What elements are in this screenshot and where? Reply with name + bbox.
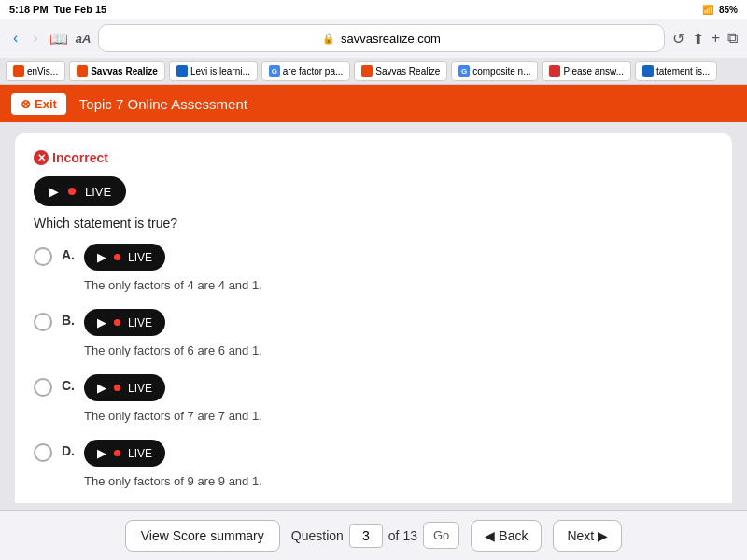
question-play-icon: ▶ <box>49 184 59 199</box>
option-audio-b[interactable]: ▶ LIVE <box>84 309 165 336</box>
reload-button[interactable]: ↺ <box>672 30 684 48</box>
option-row-b: B. ▶ LIVE The only factors of 6 are 6 an… <box>34 309 713 357</box>
option-b-live-text: LIVE <box>128 316 152 329</box>
option-c-live-dot <box>114 385 120 391</box>
option-radio-c[interactable] <box>34 378 52 397</box>
back-button[interactable]: ◀ Back <box>471 520 542 552</box>
exit-label: Exit <box>35 97 57 111</box>
option-label-d: D. <box>62 443 75 458</box>
option-audio-c[interactable]: ▶ LIVE <box>84 374 165 401</box>
browser-toolbar: ‹ › 📖 aA 🔒 savvasrealize.com ↺ ⬆ + ⧉ <box>0 19 747 58</box>
tab-label-composite: composite n... <box>472 66 530 77</box>
text-size-button[interactable]: aA <box>76 32 92 46</box>
tab-levi[interactable]: Levi is learni... <box>169 61 258 81</box>
share-button[interactable]: ⬆ <box>692 30 704 48</box>
next-label: Next <box>567 528 594 543</box>
option-b-caption: The only factors of 6 are 6 and 1. <box>84 343 713 357</box>
option-a-play-icon: ▶ <box>97 250 106 264</box>
tab-label-envis: enVis... <box>27 66 58 77</box>
app-title: Topic 7 Online Assessment <box>79 96 247 112</box>
option-label-b: B. <box>62 313 75 328</box>
url-text: savvasrealize.com <box>341 32 441 46</box>
option-a-live-dot <box>114 254 120 260</box>
go-button[interactable]: Go <box>423 522 459 549</box>
option-label-c: C. <box>62 378 75 393</box>
option-c-caption: The only factors of 7 are 7 and 1. <box>84 409 713 423</box>
question-live-dot <box>68 188 76 195</box>
question-text: Which statement is true? <box>34 216 713 231</box>
option-row-c: C. ▶ LIVE The only factors of 7 are 7 an… <box>34 374 713 423</box>
exit-icon: ⊗ <box>21 97 31 111</box>
tab-factor[interactable]: G are factor pa... <box>261 61 350 81</box>
back-arrow-icon: ◀ <box>485 528 495 543</box>
tab-label-levi: Levi is learni... <box>190 66 250 77</box>
option-c-play-icon: ▶ <box>97 381 106 395</box>
browser-chrome: ‹ › 📖 aA 🔒 savvasrealize.com ↺ ⬆ + ⧉ enV… <box>0 19 747 85</box>
date: Tue Feb 15 <box>54 4 107 15</box>
forward-nav-button[interactable]: › <box>29 28 41 49</box>
status-bar: 5:18 PM Tue Feb 15 📶 85% <box>0 0 747 19</box>
new-tab-button[interactable]: + <box>712 30 720 47</box>
view-score-button[interactable]: View Score summary <box>125 520 280 552</box>
incorrect-icon: ✕ <box>34 150 49 165</box>
tab-label-savvas: Savvas Realize <box>91 66 158 77</box>
question-audio-player[interactable]: ▶ LIVE <box>34 176 126 206</box>
question-label: Question <box>291 528 344 543</box>
tab-please[interactable]: Please answ... <box>542 61 630 81</box>
tab-statement[interactable]: tatement is... <box>635 61 717 81</box>
of-label: of 13 <box>388 528 417 543</box>
question-live-text: LIVE <box>85 185 111 199</box>
option-content-a: ▶ LIVE The only factors of 4 are 4 and 1… <box>84 244 713 292</box>
incorrect-label: ✕ Incorrect <box>34 150 713 165</box>
option-audio-a[interactable]: ▶ LIVE <box>84 244 165 271</box>
tab-envis[interactable]: enVis... <box>6 61 65 81</box>
back-nav-button[interactable]: ‹ <box>9 28 21 49</box>
option-audio-d[interactable]: ▶ LIVE <box>84 440 165 467</box>
tab-savvas[interactable]: Savvas Realize <box>69 61 165 81</box>
tab-favicon-savvas <box>77 65 88 77</box>
option-a-caption: The only factors of 4 are 4 and 1. <box>84 278 713 292</box>
option-a-live-text: LIVE <box>128 251 152 264</box>
tab-favicon-please <box>549 65 560 77</box>
reader-view-button[interactable]: 📖 <box>49 30 68 48</box>
back-label: Back <box>499 528 528 543</box>
option-d-live-text: LIVE <box>128 447 152 460</box>
question-nav: Question of 13 Go <box>291 522 460 549</box>
tabs-button[interactable]: ⧉ <box>727 30 738 47</box>
option-d-caption: The only factors of 9 are 9 and 1. <box>84 474 713 488</box>
incorrect-text: Incorrect <box>52 150 108 165</box>
option-d-live-dot <box>114 450 120 456</box>
option-radio-d[interactable] <box>34 443 52 462</box>
option-c-live-text: LIVE <box>128 382 152 395</box>
exit-button[interactable]: ⊗ Exit <box>11 93 66 115</box>
option-d-play-icon: ▶ <box>97 446 106 460</box>
tab-label-factor: are factor pa... <box>283 66 343 77</box>
tab-savvas2[interactable]: Savvas Realize <box>354 61 447 81</box>
option-radio-b[interactable] <box>34 313 52 331</box>
tab-favicon-envis <box>13 65 24 77</box>
next-button[interactable]: Next ▶ <box>553 520 622 552</box>
option-b-play-icon: ▶ <box>97 315 106 329</box>
option-content-b: ▶ LIVE The only factors of 6 are 6 and 1… <box>84 309 713 357</box>
tab-favicon-levi <box>176 65 188 77</box>
option-row-a: A. ▶ LIVE The only factors of 4 are 4 an… <box>34 244 713 292</box>
tab-label-statement: tatement is... <box>656 66 710 77</box>
option-row-d: D. ▶ LIVE The only factors of 9 are 9 an… <box>34 440 713 488</box>
main-content: ✕ Incorrect ▶ LIVE Which statement is tr… <box>0 122 747 503</box>
tab-favicon-factor: G <box>269 65 280 77</box>
question-number-input[interactable] <box>349 524 383 548</box>
tab-composite[interactable]: G composite n... <box>451 61 538 81</box>
question-card: ✕ Incorrect ▶ LIVE Which statement is tr… <box>15 133 732 503</box>
time: 5:18 PM <box>9 4 49 15</box>
option-content-d: ▶ LIVE The only factors of 9 are 9 and 1… <box>84 440 713 488</box>
battery: 85% <box>719 5 738 15</box>
tab-label-savvas2: Savvas Realize <box>375 66 440 77</box>
wifi-icon: 📶 <box>702 5 713 15</box>
tab-favicon-statement <box>642 65 654 77</box>
address-bar[interactable]: 🔒 savvasrealize.com <box>98 24 664 52</box>
tabs-row: enVis... Savvas Realize Levi is learni..… <box>0 58 747 84</box>
option-label-a: A. <box>62 247 75 262</box>
option-b-live-dot <box>114 319 120 326</box>
option-radio-a[interactable] <box>34 247 52 266</box>
tab-label-please: Please answ... <box>563 66 623 77</box>
